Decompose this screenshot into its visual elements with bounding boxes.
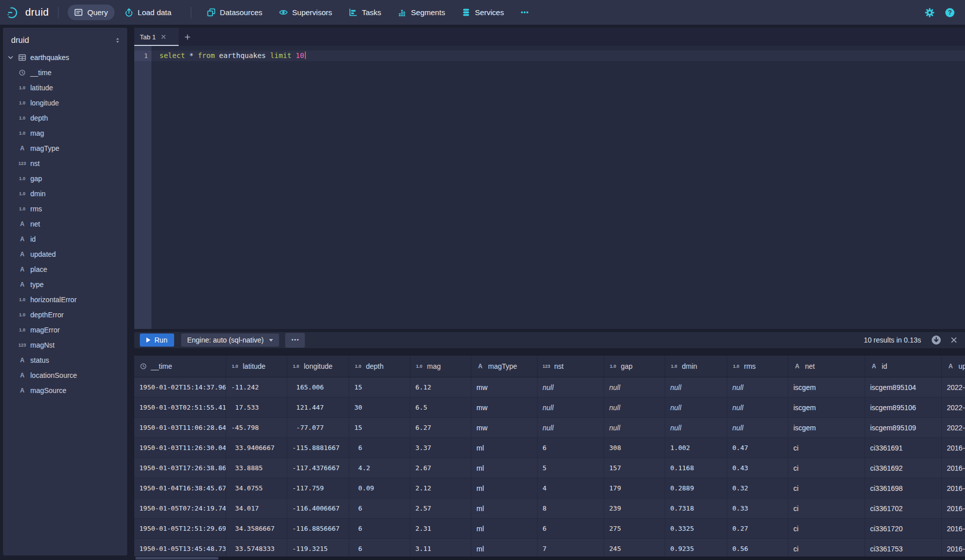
table-cell[interactable]: 2.67 [410, 458, 471, 478]
table-cell[interactable]: 1950-01-05T12:51:29.690Z [134, 519, 226, 538]
help-icon[interactable]: ? [945, 8, 955, 18]
column-item-latitude[interactable]: 1.0latitude [3, 80, 127, 95]
table-cell[interactable]: 7 [538, 539, 604, 558]
table-cell[interactable]: ml [471, 498, 538, 518]
table-cell[interactable]: ml [471, 519, 538, 538]
nav-item-tasks[interactable]: Tasks [342, 5, 388, 20]
table-cell[interactable]: null [727, 377, 788, 397]
column-item-type[interactable]: Atype [3, 277, 127, 292]
column-item-__time[interactable]: __time [3, 65, 127, 80]
table-cell[interactable]: null [604, 418, 665, 437]
table-cell[interactable]: null [604, 377, 665, 397]
table-cell[interactable]: 0.3325 [665, 519, 727, 538]
table-cell[interactable]: mw [471, 377, 538, 397]
gear-icon[interactable] [925, 8, 935, 18]
table-cell[interactable]: 0.43 [727, 458, 788, 478]
column-item-magNst[interactable]: 123magNst [3, 338, 127, 353]
table-cell[interactable]: 4.2 [349, 458, 410, 478]
table-cell[interactable]: 3.11 [410, 539, 471, 558]
table-cell[interactable]: -77.077 [287, 418, 349, 437]
table-cell[interactable]: -115.8881667 [287, 438, 349, 458]
results-header-cell-longitude[interactable]: 1.0longitude [287, 356, 349, 377]
table-cell[interactable]: ci [788, 478, 865, 498]
table-cell[interactable]: ml [471, 478, 538, 498]
table-cell[interactable]: ci [788, 458, 865, 478]
table-cell[interactable]: 2022-0 [942, 377, 965, 397]
table-cell[interactable]: 2022-0 [942, 398, 965, 417]
results-header-cell-rms[interactable]: 1.0rms [727, 356, 788, 377]
results-header-cell-magType[interactable]: AmagType [471, 356, 538, 377]
table-cell[interactable]: 245 [604, 539, 665, 558]
table-cell[interactable]: 15 [349, 377, 410, 397]
table-cell[interactable]: 157 [604, 458, 665, 478]
table-cell[interactable]: null [538, 418, 604, 437]
column-item-locationSource[interactable]: AlocationSource [3, 368, 127, 383]
table-cell[interactable]: 33.8885 [226, 458, 287, 478]
table-cell[interactable]: 0.56 [727, 539, 788, 558]
table-cell[interactable]: 2.57 [410, 498, 471, 518]
table-cell[interactable]: 15 [349, 418, 410, 437]
table-cell[interactable]: iscgem [788, 377, 865, 397]
table-cell[interactable]: ci3361698 [865, 478, 942, 498]
table-cell[interactable]: 1950-01-03T02:51:55.410Z [134, 398, 226, 417]
results-header-cell-net[interactable]: Anet [788, 356, 865, 377]
nav-item-services[interactable]: Services [455, 5, 511, 20]
results-header-cell-mag[interactable]: 1.0mag [410, 356, 471, 377]
table-cell[interactable]: 308 [604, 438, 665, 458]
table-cell[interactable]: ci3361691 [865, 438, 942, 458]
table-cell[interactable]: 6.5 [410, 398, 471, 417]
table-cell[interactable]: 2.12 [410, 478, 471, 498]
table-cell[interactable]: 6 [349, 539, 410, 558]
results-header-cell-nst[interactable]: 123nst [538, 356, 604, 377]
table-cell[interactable]: 2016-0 [942, 438, 965, 458]
datasource-item[interactable]: earthquakes [3, 50, 127, 65]
table-cell[interactable]: 6.27 [410, 418, 471, 437]
query-more-button[interactable]: ••• [285, 333, 305, 348]
results-header-cell-dmin[interactable]: 1.0dmin [665, 356, 727, 377]
table-cell[interactable]: -116.4006667 [287, 498, 349, 518]
scrollbar-thumb[interactable] [135, 557, 219, 559]
table-cell[interactable]: iscgem895104 [865, 377, 942, 397]
results-header-cell-id[interactable]: Aid [865, 356, 942, 377]
table-cell[interactable]: ci3361720 [865, 519, 942, 538]
nav-item-more[interactable] [514, 5, 535, 20]
table-cell[interactable]: null [665, 418, 727, 437]
engine-select[interactable]: Engine: auto (sql-native) [181, 333, 280, 347]
table-cell[interactable]: 121.447 [287, 398, 349, 417]
table-cell[interactable]: ml [471, 539, 538, 558]
table-cell[interactable]: null [604, 398, 665, 417]
column-item-status[interactable]: Astatus [3, 353, 127, 368]
column-item-depth[interactable]: 1.0depth [3, 110, 127, 126]
table-cell[interactable]: 1.002 [665, 438, 727, 458]
table-cell[interactable]: ci [788, 539, 865, 558]
table-cell[interactable]: -11.242 [226, 377, 287, 397]
run-button[interactable]: Run [140, 333, 174, 347]
table-cell[interactable]: 6 [349, 438, 410, 458]
column-item-updated[interactable]: Aupdated [3, 247, 127, 262]
table-cell[interactable]: null [727, 418, 788, 437]
column-item-magError[interactable]: 1.0magError [3, 322, 127, 338]
table-cell[interactable]: 0.2889 [665, 478, 727, 498]
table-cell[interactable]: 275 [604, 519, 665, 538]
nav-item-segments[interactable]: Segments [391, 5, 452, 20]
nav-item-query[interactable]: Query [68, 5, 115, 20]
table-cell[interactable]: null [727, 398, 788, 417]
table-cell[interactable]: 2016-0 [942, 478, 965, 498]
table-cell[interactable]: iscgem895109 [865, 418, 942, 437]
table-cell[interactable]: null [538, 377, 604, 397]
table-cell[interactable]: null [665, 398, 727, 417]
table-cell[interactable]: ci [788, 519, 865, 538]
results-header-cell-depth[interactable]: 1.0depth [349, 356, 410, 377]
table-cell[interactable]: ml [471, 458, 538, 478]
table-cell[interactable]: 2.31 [410, 519, 471, 538]
table-cell[interactable]: 1950-01-03T17:26:38.860Z [134, 458, 226, 478]
table-cell[interactable]: 33.9406667 [226, 438, 287, 458]
results-header-cell-updated[interactable]: Aupdated [942, 356, 965, 377]
table-cell[interactable]: null [538, 398, 604, 417]
column-item-nst[interactable]: 123nst [3, 156, 127, 171]
download-button[interactable] [931, 335, 941, 345]
table-cell[interactable]: 30 [349, 398, 410, 417]
nav-item-load-data[interactable]: Load data [118, 5, 178, 20]
table-cell[interactable]: iscgem [788, 398, 865, 417]
table-cell[interactable]: 3.37 [410, 438, 471, 458]
